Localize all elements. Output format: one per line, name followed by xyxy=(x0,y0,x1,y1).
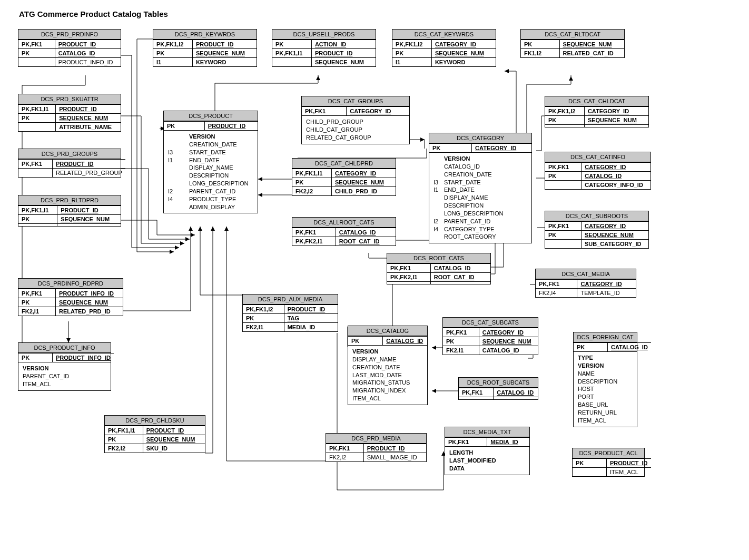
svg-marker-42 xyxy=(420,137,425,142)
table-cat_keywrds: DCS_CAT_KEYWRDSPK,FK1,I2CATEGORY_IDPKSEQ… xyxy=(392,29,496,67)
table-header: DCS_PRODUCT_INFO xyxy=(18,343,111,353)
svg-marker-88 xyxy=(505,69,509,73)
table-header: DCS_CAT_SUBROOTS xyxy=(545,211,648,221)
svg-marker-81 xyxy=(224,227,229,231)
table-prd_chldsku: DCS_PRD_CHLDSKUPK,FK1,I1PRODUCT_IDPKSEQU… xyxy=(104,415,205,453)
table-prd_groups: DCS_PRD_GROUPSPK,FK1PRODUCT_IDRELATED_PR… xyxy=(18,149,121,178)
svg-marker-58 xyxy=(258,193,262,197)
table-header: DCS_PRD_SKUATTR xyxy=(18,94,121,104)
table-media_txt: DCS_MEDIA_TXTPK,FK1MEDIA_IDLENGTHLAST_MO… xyxy=(445,427,530,475)
table-header: DCS_PRD_PRDINFO xyxy=(18,30,121,40)
table-root_cats: DCS_ROOT_CATSPK,FK1CATALOG_IDPK,FK2,I1RO… xyxy=(387,253,491,284)
svg-marker-77 xyxy=(198,227,202,231)
svg-marker-33 xyxy=(316,76,320,80)
table-header: DCS_ROOT_SUBCATS xyxy=(459,378,538,388)
table-header: DCS_PRDINFO_RDPRD xyxy=(18,279,123,289)
page-title: ATG Commerce Product Catalog Tables xyxy=(19,9,730,18)
table-upsell_prods: DCS_UPSELL_PRODSPKACTION_IDPK,FK1,I1PROD… xyxy=(272,29,376,67)
table-cat_chldprd: DCS_CAT_CHLDPRDPK,FK1,I1CATEGORY_IDPKSEQ… xyxy=(292,158,396,196)
table-cat_rltdcat: DCS_CAT_RLTDCATPKSEQUENCE_NUMFK1,I2RELAT… xyxy=(520,29,625,58)
table-prd_prdinfo: DCS_PRD_PRDINFOPK,FK1PRODUCT_IDPKCATALOG… xyxy=(18,29,121,67)
table-prdinfo_rdprd: DCS_PRDINFO_RDPRDPK,FK1PRODUCT_INFO_IDPK… xyxy=(18,278,123,316)
table-allroot_cats: DCS_ALLROOT_CATSPK,FK1CATALOG_IDPK,FK2,I… xyxy=(292,217,396,246)
table-prd_rltdprd: DCS_PRD_RLTDPRDPK,FK1,I1PRODUCT_IDPKSEQU… xyxy=(18,195,121,227)
svg-marker-97 xyxy=(569,76,573,81)
table-cat_subcats: DCS_CAT_SUBCATSPK,FK1CATEGORY_IDPKSEQUEN… xyxy=(442,317,538,355)
table-foreign_cat: DCS_FOREIGN_CATPKCATALOG_IDTYPEVERSIONNA… xyxy=(573,332,637,427)
table-header: DCS_PRD_GROUPS xyxy=(18,149,121,159)
table-cat_media: DCS_CAT_MEDIAPK,FK1CATEGORY_IDFK2,I4TEMP… xyxy=(535,269,636,298)
table-product_acl: DCS_PRODUCT_ACLPKPRODUCT_IDITEM_ACL xyxy=(572,448,645,477)
table-header: DCS_CAT_GROUPS xyxy=(302,96,409,106)
table-header: DCS_FOREIGN_CAT xyxy=(574,332,637,342)
table-dcs_catalog: DCS_CATALOGPKCATALOG_IDVERSIONDISPLAY_NA… xyxy=(348,326,428,405)
table-cat_catinfo: DCS_CAT_CATINFOPK,FK1CATEGORY_IDPKCATALO… xyxy=(545,152,651,190)
table-header: DCS_CAT_KEYWRDS xyxy=(392,30,496,40)
svg-marker-70 xyxy=(211,227,215,231)
table-prd_skuattr: DCS_PRD_SKUATTRPK,FK1,I1PRODUCT_IDPKSEQU… xyxy=(18,94,121,132)
svg-marker-15 xyxy=(191,233,195,237)
table-product_info: DCS_PRODUCT_INFOPKPRODUCT_INFO_IDVERSION… xyxy=(18,342,111,391)
table-prd_media: DCS_PRD_MEDIAPK,FK1PRODUCT_IDFK2,I2SMALL… xyxy=(326,433,427,462)
table-header: DCS_CATEGORY xyxy=(429,133,531,143)
table-header: DCS_PRD_AUX_MEDIA xyxy=(243,294,338,304)
table-cat_groups: DCS_CAT_GROUPSPK,FK1CATEGORY_IDCHILD_PRD… xyxy=(301,96,410,144)
svg-marker-3 xyxy=(175,245,179,250)
table-header: DCS_PRD_CHLDSKU xyxy=(105,416,205,426)
table-header: DCS_CATALOG xyxy=(348,326,427,336)
svg-marker-73 xyxy=(189,227,193,231)
table-header: DCS_PRD_KEYWRDS xyxy=(153,30,257,40)
table-header: DCS_PRD_RLTDPRD xyxy=(18,195,121,205)
table-dcs_product: DCS_PRODUCTPKPRODUCT_IDVERSIONCREATION_D… xyxy=(163,111,258,213)
table-header: DCS_CAT_CHLDPRD xyxy=(292,159,396,169)
table-header: DCS_CAT_MEDIA xyxy=(536,269,636,279)
table-header: DCS_UPSELL_PRODS xyxy=(272,30,376,40)
svg-marker-65 xyxy=(432,346,436,350)
svg-marker-11 xyxy=(185,237,190,241)
table-prd_aux_media: DCS_PRD_AUX_MEDIAPK,FK1,I2PRODUCT_IDPKTA… xyxy=(242,294,338,332)
table-cat_chldcat: DCS_CAT_CHLDCATPK,FK1,I2CATEGORY_IDPKSEQ… xyxy=(545,96,649,127)
table-root_subcats: DCS_ROOT_SUBCATSPK,FK1CATALOG_ID xyxy=(458,377,538,400)
table-header: DCS_CAT_RLTDCAT xyxy=(521,30,624,40)
table-cat_subroots: DCS_CAT_SUBROOTSPK,FK1CATEGORY_IDPKSEQUE… xyxy=(545,211,649,249)
table-header: DCS_PRD_MEDIA xyxy=(326,434,426,444)
svg-marker-22 xyxy=(66,338,71,342)
svg-marker-56 xyxy=(258,177,262,181)
table-dcs_category: DCS_CATEGORYPKCATEGORY_IDVERSIONCATALOG_… xyxy=(429,133,532,243)
svg-marker-7 xyxy=(180,241,184,245)
table-prd_keywrds: DCS_PRD_KEYWRDSPK,FK1,I2PRODUCT_IDPKSEQU… xyxy=(153,29,257,67)
table-header: DCS_CAT_CATINFO xyxy=(545,152,651,162)
table-header: DCS_ROOT_CATS xyxy=(387,253,490,263)
table-header: DCS_ALLROOT_CATS xyxy=(292,218,396,228)
svg-marker-29 xyxy=(170,250,174,254)
table-header: DCS_CAT_CHLDCAT xyxy=(545,96,648,106)
table-header: DCS_MEDIA_TXT xyxy=(445,427,529,437)
table-header: DCS_CAT_SUBCATS xyxy=(443,318,538,328)
table-header: DCS_PRODUCT_ACL xyxy=(573,448,644,458)
table-header: DCS_PRODUCT xyxy=(164,111,258,121)
svg-marker-67 xyxy=(432,389,436,393)
